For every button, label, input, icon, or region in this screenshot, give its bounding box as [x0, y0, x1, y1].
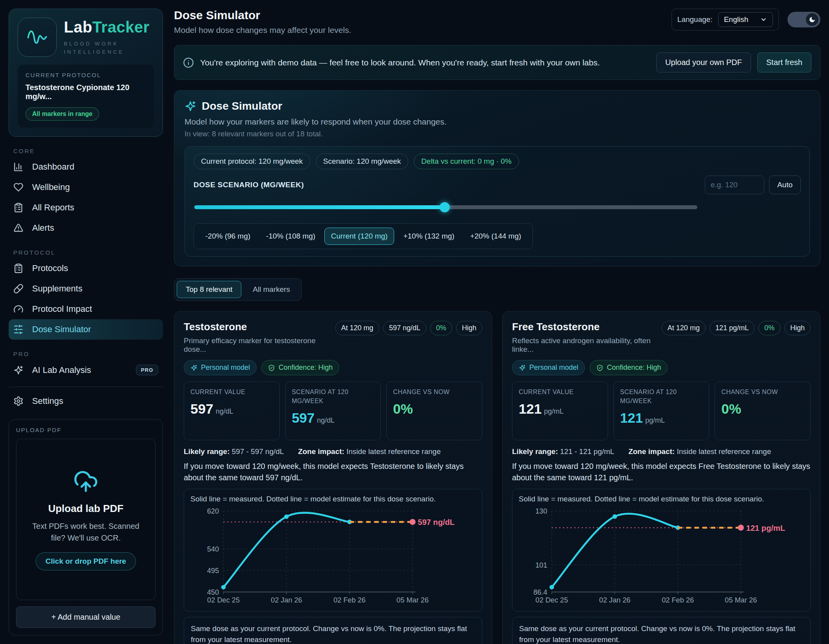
chart-box: Solid line = measured. Dotted line = mod… [512, 489, 811, 611]
stat-value: 597 [292, 410, 315, 425]
language-value: English [724, 15, 748, 24]
add-manual-value-button[interactable]: + Add manual value [16, 606, 156, 628]
svg-text:02 Feb 26: 02 Feb 26 [333, 596, 366, 604]
pdf-dropzone[interactable]: Upload lab PDF Text PDFs work best. Scan… [16, 439, 156, 600]
sidebar-item-dose-simulator[interactable]: Dose Simulator [9, 319, 163, 340]
sparkles-icon [13, 365, 24, 375]
marker-cards: Testosterone Primary efficacy marker for… [174, 311, 820, 644]
likely-range-value: 121 - 121 pg/mL [560, 447, 614, 456]
stat-value: 121 [620, 410, 643, 425]
svg-text:495: 495 [207, 567, 219, 575]
stat-unit: ng/dL [317, 416, 335, 424]
badge-label: Confidence: High [607, 364, 661, 372]
confidence-badge: Confidence: High [261, 360, 339, 375]
dose-input[interactable] [705, 175, 764, 194]
shield-check-icon [596, 364, 603, 371]
preset-current[interactable]: Current (120 mg) [324, 228, 395, 245]
nav-section-pro: PRO [13, 351, 163, 357]
marker-title: Testosterone [184, 321, 331, 333]
page-subtitle: Model how dose changes may affect your l… [174, 25, 351, 35]
sparkles-icon [185, 100, 196, 112]
page-header: Dose Simulator Model how dose changes ma… [174, 9, 820, 35]
page-title: Dose Simulator [174, 9, 351, 22]
slider-thumb[interactable] [440, 202, 450, 212]
pro-badge: PRO [136, 365, 158, 375]
markers-in-range-badge: All markers in range [25, 107, 99, 121]
sidebar-item-supplements[interactable]: Supplements [9, 279, 163, 299]
projection-text: If you move toward 120 mg/week, this mod… [184, 461, 482, 483]
badge-label: Personal model [201, 364, 250, 372]
svg-text:86.4: 86.4 [533, 588, 547, 596]
svg-text:540: 540 [207, 545, 219, 553]
app-name: LabTracker [64, 18, 154, 36]
scenario-chip: Scenario: 120 mg/week [316, 154, 409, 169]
drop-pdf-button[interactable]: Click or drop PDF here [36, 552, 136, 570]
svg-text:130: 130 [535, 507, 547, 515]
sidebar-item-alerts[interactable]: Alerts [9, 218, 163, 238]
level-chip: High [456, 321, 482, 335]
current-protocol-label: CURRENT PROTOCOL [25, 72, 146, 78]
brand-card: LabTracker BLOOD WORK INTELLIGENCE CURRE… [9, 9, 163, 137]
sidebar-item-all-reports[interactable]: All Reports [9, 197, 163, 218]
gauge-icon [13, 304, 24, 314]
clipboard-icon [13, 263, 24, 273]
svg-text:450: 450 [207, 588, 219, 596]
sidebar-item-dashboard[interactable]: Dashboard [9, 157, 163, 177]
upload-own-pdf-button[interactable]: Upload your own PDF [656, 52, 751, 72]
marker-subtitle: Reflects active androgen availability, o… [512, 336, 657, 354]
likely-range-value: 597 - 597 ng/dL [232, 447, 284, 456]
sidebar-item-protocols[interactable]: Protocols [9, 258, 163, 279]
auto-button[interactable]: Auto [769, 175, 801, 194]
page: LabTracker BLOOD WORK INTELLIGENCE CURRE… [0, 0, 829, 644]
badge-label: Personal model [529, 364, 578, 372]
simulator-in-view: In view: 8 relevant markers out of 18 to… [185, 130, 810, 138]
likely-range-label: Likely range: [512, 447, 558, 456]
preset-minus-20[interactable]: -20% (96 mg) [199, 228, 257, 245]
gear-icon [13, 396, 24, 406]
tab-top-8-relevant[interactable]: Top 8 relevant [177, 281, 241, 298]
sidebar-item-protocol-impact[interactable]: Protocol Impact [9, 299, 163, 319]
chart-caption: Solid line = measured. Dotted line = mod… [190, 495, 476, 503]
chart-caption: Solid line = measured. Dotted line = mod… [519, 495, 804, 503]
marker-card-free-testosterone: Free Testosterone Reflects active androg… [502, 311, 820, 644]
range-line: Likely range: 121 - 121 pg/mL Zone impac… [512, 447, 811, 456]
svg-text:597 ng/dL: 597 ng/dL [418, 518, 454, 526]
current-protocol-chip: Current protocol: 120 mg/week [194, 154, 310, 169]
alert-triangle-icon [13, 223, 24, 233]
main-content: Dose Simulator Model how dose changes ma… [174, 9, 820, 635]
scenario-note: Same dose as your current protocol. Chan… [512, 617, 811, 644]
dose-slider[interactable] [194, 202, 697, 212]
current-protocol-value: Testosterone Cypionate 120 mg/w... [25, 83, 146, 101]
sparkles-icon [519, 364, 526, 371]
zone-impact-label: Zone impact: [628, 447, 675, 456]
stat-current-value: CURRENT VALUE 597ng/dL [184, 382, 280, 440]
sidebar-item-settings[interactable]: Settings [9, 391, 163, 411]
preset-plus-20[interactable]: +20% (144 mg) [463, 228, 528, 245]
heart-icon [13, 182, 24, 192]
at-dose-chip: At 120 mg [662, 321, 706, 335]
shield-check-icon [268, 364, 275, 371]
dose-scenario-label: DOSE SCENARIO (MG/WEEK) [194, 181, 304, 189]
chart-box: Solid line = measured. Dotted line = mod… [184, 489, 482, 611]
sidebar-item-label: Settings [32, 396, 63, 406]
stat-value: 121 [519, 401, 541, 416]
marker-tabs: Top 8 relevant All markers [174, 278, 302, 301]
start-fresh-button[interactable]: Start fresh [757, 52, 811, 72]
moon-icon [806, 13, 818, 26]
theme-toggle[interactable] [787, 12, 820, 27]
sidebar-item-ai-lab-analysis[interactable]: AI Lab Analysis PRO [9, 360, 163, 380]
level-chip: High [784, 321, 811, 335]
svg-text:101: 101 [535, 561, 547, 569]
zone-impact-value: Inside latest reference range [346, 447, 441, 456]
projection-text: If you move toward 120 mg/week, this mod… [512, 461, 811, 483]
svg-text:02 Feb 26: 02 Feb 26 [662, 596, 694, 604]
language-select[interactable]: English [718, 12, 773, 27]
preset-plus-10[interactable]: +10% (132 mg) [396, 228, 461, 245]
tab-all-markers[interactable]: All markers [244, 281, 299, 298]
stat-label: SCENARIO AT 120 MG/WEEK [292, 387, 375, 405]
preset-minus-10[interactable]: -10% (108 mg) [259, 228, 322, 245]
stat-label: CURRENT VALUE [190, 387, 273, 396]
sidebar-item-wellbeing[interactable]: Wellbeing [9, 177, 163, 197]
personal-model-badge: Personal model [184, 360, 257, 375]
current-protocol-card: CURRENT PROTOCOL Testosterone Cypionate … [18, 65, 154, 128]
